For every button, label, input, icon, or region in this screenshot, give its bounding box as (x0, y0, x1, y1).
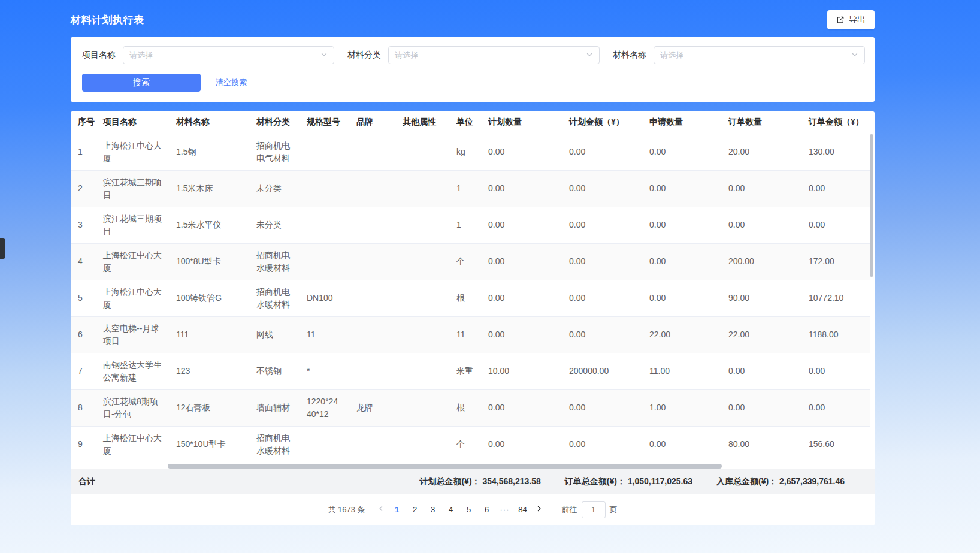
page-unit-label: 页 (610, 504, 618, 515)
table-cell: 22.00 (642, 316, 721, 353)
clear-search-link[interactable]: 清空搜索 (216, 77, 247, 88)
table-cell: 未分类 (249, 207, 300, 243)
table-cell: 0.00 (481, 280, 562, 316)
table-cell: 200.00 (721, 243, 801, 280)
table-cell: 0.00 (801, 389, 870, 426)
table-cell: 上海松江中心大厦 (96, 426, 169, 463)
page-button-3[interactable]: 3 (424, 501, 442, 518)
table-cell: 招商机电水暖材料 (249, 426, 300, 463)
table-cell: 上海松江中心大厦 (96, 280, 169, 316)
table-cell: 招商机电水暖材料 (249, 280, 300, 316)
column-header: 其他属性 (395, 111, 449, 134)
vertical-scrollbar (870, 134, 873, 458)
page-button-4[interactable]: 4 (442, 501, 460, 518)
table-cell: 0.00 (562, 134, 642, 170)
table-cell: 0.00 (481, 207, 562, 243)
table-cell: 0.00 (801, 170, 870, 207)
vertical-scrollbar-thumb[interactable] (870, 134, 873, 277)
table-cell: 0.00 (481, 243, 562, 280)
goto-page-input[interactable] (582, 501, 606, 518)
table-cell: 0.00 (562, 389, 642, 426)
table-cell: 网线 (249, 316, 300, 353)
table-cell: 滨江花城8期项目-分包 (96, 389, 169, 426)
material-category-select[interactable]: 请选择 (388, 46, 600, 64)
column-header: 申请数量 (642, 111, 721, 134)
page-button-last[interactable]: 84 (514, 501, 532, 518)
table-cell: 0.00 (481, 389, 562, 426)
table-cell: 100*8U型卡 (169, 243, 249, 280)
export-icon (836, 16, 845, 24)
export-button-label: 导出 (849, 14, 866, 25)
table-cell: DN100 (300, 280, 349, 316)
table-cell: 1188.00 (801, 316, 870, 353)
table-cell: 滨江花城三期项目 (96, 170, 169, 207)
table-cell: 5 (71, 280, 96, 316)
more-pages-button[interactable]: ··· (496, 501, 514, 518)
export-button[interactable]: 导出 (827, 10, 875, 29)
table-cell: 0.00 (642, 207, 721, 243)
page-button-1[interactable]: 1 (388, 501, 406, 518)
drawer-collapse-handle[interactable] (0, 238, 5, 259)
table-cell (349, 207, 395, 243)
table-cell (349, 134, 395, 170)
table-cell: 11.00 (642, 353, 721, 389)
table-cell: 根 (449, 280, 481, 316)
table-row: 9上海松江中心大厦150*10U型卡招商机电水暖材料个0.000.000.008… (71, 426, 870, 463)
table-cell: 8 (71, 389, 96, 426)
table-row: 6太空电梯--月球项目111网线11110.000.0022.0022.0011… (71, 316, 870, 353)
table-cell (300, 134, 349, 170)
table-cell: 0.00 (642, 280, 721, 316)
next-page-button[interactable] (532, 501, 546, 518)
table-cell (300, 170, 349, 207)
page-background: 材料计划执行表 导出 项目名称 请选择 (0, 0, 980, 553)
column-header: 规格型号 (300, 111, 349, 134)
filter-panel: 项目名称 请选择 材料分类 请选择 (71, 37, 875, 102)
table-cell: 22.00 (721, 316, 801, 353)
table-cell (349, 316, 395, 353)
table-cell: 个 (449, 426, 481, 463)
table-cell: 200000.00 (562, 353, 642, 389)
chevron-down-icon (320, 50, 328, 60)
filter-actions: 搜索 清空搜索 (82, 74, 865, 92)
goto-label: 前往 (562, 504, 577, 515)
project-name-label: 项目名称 (82, 50, 116, 61)
table-cell (349, 280, 395, 316)
project-name-select[interactable]: 请选择 (123, 46, 334, 64)
table-cell: 0.00 (562, 207, 642, 243)
prev-page-button[interactable] (374, 501, 388, 518)
table-cell: 100铸铁管G (169, 280, 249, 316)
table-cell (300, 207, 349, 243)
table-cell: 10772.10 (801, 280, 870, 316)
page-button-6[interactable]: 6 (478, 501, 496, 518)
table-cell: 0.00 (562, 316, 642, 353)
table-cell: 3 (71, 207, 96, 243)
table-row: 1上海松江中心大厦1.5钢招商机电电气材料kg0.000.000.0020.00… (71, 134, 870, 170)
material-name-select[interactable]: 请选择 (654, 46, 865, 64)
material-category-placeholder: 请选择 (395, 50, 418, 61)
table-cell: 南钢盛达大学生公寓新建 (96, 353, 169, 389)
table-cell: 150*10U型卡 (169, 426, 249, 463)
table-cell: 20.00 (721, 134, 801, 170)
table-cell: 未分类 (249, 170, 300, 207)
table-cell: 0.00 (481, 426, 562, 463)
page-button-5[interactable]: 5 (460, 501, 478, 518)
column-header: 单位 (449, 111, 481, 134)
horizontal-scrollbar-thumb[interactable] (168, 464, 722, 469)
column-header: 订单金额（¥） (801, 111, 870, 134)
search-button[interactable]: 搜索 (82, 74, 201, 92)
page-number-list: 123456···84 (388, 501, 532, 518)
table-row: 7南钢盛达大学生公寓新建123不锈钢*米重10.00200000.0011.00… (71, 353, 870, 389)
table-cell: 个 (449, 243, 481, 280)
filter-group-category: 材料分类 请选择 (347, 46, 600, 64)
column-header: 材料分类 (249, 111, 300, 134)
table-cell: 上海松江中心大厦 (96, 134, 169, 170)
table-cell: 0.00 (481, 316, 562, 353)
table-cell (395, 207, 449, 243)
table-cell: 0.00 (562, 426, 642, 463)
table-row: 4上海松江中心大厦100*8U型卡招商机电水暖材料个0.000.000.0020… (71, 243, 870, 280)
inbound-total-amount: 入库总金额(¥)： 2,657,339,761.46 (716, 476, 845, 487)
table-cell: 0.00 (642, 243, 721, 280)
chevron-left-icon (377, 505, 385, 514)
page-button-2[interactable]: 2 (406, 501, 424, 518)
table-cell: 156.60 (801, 426, 870, 463)
